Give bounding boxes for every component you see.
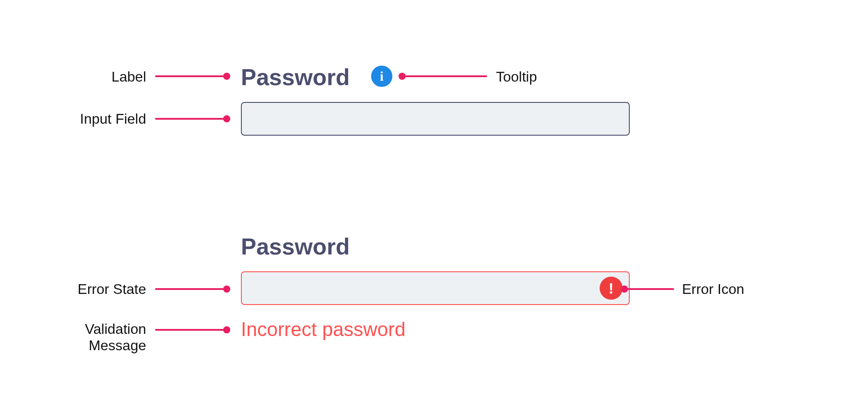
error-glyph: ! bbox=[608, 280, 613, 297]
password-input-error[interactable]: ! bbox=[241, 271, 630, 305]
connector-dot-input-field bbox=[223, 115, 230, 122]
connector-tooltip bbox=[403, 75, 487, 77]
connector-label bbox=[155, 75, 226, 77]
callout-validation-message-text: Validation Message bbox=[62, 321, 146, 354]
password-input-normal[interactable] bbox=[241, 102, 630, 136]
callout-error-state-text: Error State bbox=[66, 281, 146, 297]
diagram-canvas: Password i Label Tooltip Input Field Pas… bbox=[0, 0, 868, 399]
connector-error-icon bbox=[625, 288, 674, 290]
callout-input-field-text: Input Field bbox=[66, 111, 146, 127]
info-icon[interactable]: i bbox=[371, 66, 392, 87]
connector-dot-label bbox=[223, 73, 230, 80]
connector-input-field bbox=[155, 118, 226, 120]
info-glyph: i bbox=[380, 69, 384, 84]
password-label-normal: Password bbox=[241, 66, 350, 89]
connector-validation-message bbox=[155, 329, 226, 331]
connector-dot-error-state bbox=[223, 286, 230, 293]
error-icon: ! bbox=[600, 277, 623, 300]
connector-error-state bbox=[155, 288, 226, 290]
validation-message: Incorrect password bbox=[241, 318, 406, 340]
password-label-error: Password bbox=[241, 235, 350, 258]
callout-error-icon-text: Error Icon bbox=[682, 281, 744, 297]
connector-dot-validation-message bbox=[223, 326, 230, 333]
callout-tooltip-text: Tooltip bbox=[496, 69, 537, 85]
callout-label-text: Label bbox=[102, 69, 146, 85]
